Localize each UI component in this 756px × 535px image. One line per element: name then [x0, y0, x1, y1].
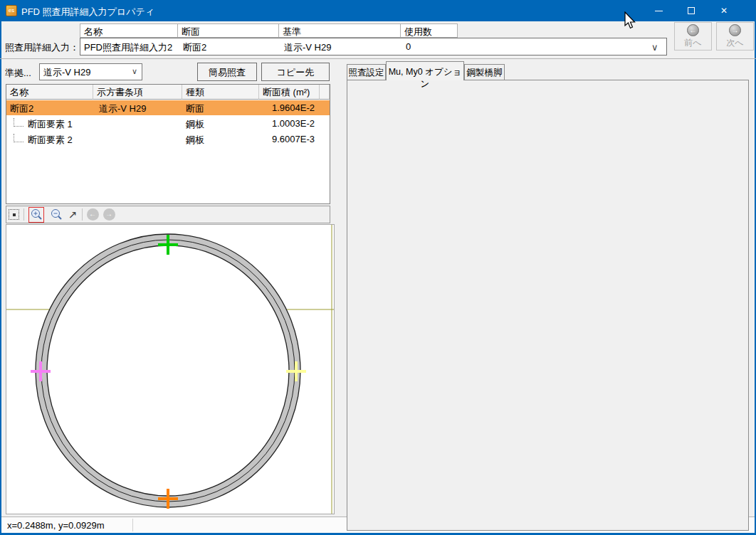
- ring-inner-circle: [47, 245, 289, 496]
- section-list: 名称 示方書条項 種類 断面積 (m²) 断面2 道示-V H29 断面 1.9…: [6, 84, 330, 204]
- prev-button[interactable]: ← 前へ: [674, 22, 712, 51]
- row-name: 断面2: [10, 102, 33, 115]
- close-icon: ✕: [720, 6, 728, 15]
- list-header-area: 断面積 (m²): [259, 85, 320, 100]
- dialog-window: es PFD 照査用詳細入力プロパティ ✕ 照査用詳細入力： 名称 断面 基準 …: [0, 0, 756, 535]
- detail-input-label: 照査用詳細入力：: [5, 41, 79, 54]
- section-preview-canvas[interactable]: [6, 224, 335, 514]
- app-icon: es: [6, 5, 17, 16]
- mouse-cursor: [624, 11, 639, 30]
- minimize-button[interactable]: [642, 0, 675, 21]
- list-header-name: 名称: [6, 85, 93, 100]
- window-title: PFD 照査用詳細入力プロパティ: [21, 6, 154, 18]
- row-name: 断面要素 2: [28, 134, 73, 147]
- section-drawing: [6, 225, 334, 514]
- detail-count-value: 0: [406, 41, 411, 52]
- copy-to-button[interactable]: コピー先: [261, 63, 330, 81]
- separator: [0, 58, 756, 59]
- row-type: 鋼板: [186, 134, 204, 147]
- base-standard-combobox[interactable]: 道示-V H29 ∨: [39, 63, 142, 80]
- tree-branch-icon: [14, 134, 23, 142]
- detail-standard-value: 道示-V H29: [284, 41, 331, 54]
- row-type: 鋼板: [186, 118, 204, 131]
- canvas-toolbar: ↗ ← →: [6, 206, 330, 223]
- maximize-icon: [688, 7, 695, 14]
- simple-check-button[interactable]: 簡易照査: [197, 63, 257, 81]
- tab-check-settings[interactable]: 照査設定: [347, 64, 386, 80]
- maximize-button[interactable]: [675, 0, 708, 21]
- base-standard-value: 道示-V H29: [43, 66, 90, 79]
- row-area: 9.6007E-3: [272, 134, 315, 144]
- statusbar-divider: [132, 519, 133, 531]
- column-header-section: 断面: [177, 23, 279, 38]
- toolbar-separator: [82, 208, 83, 221]
- list-header-clause: 示方書条項: [93, 85, 182, 100]
- chevron-down-icon[interactable]: ∨: [651, 42, 658, 53]
- minimize-icon: [655, 11, 663, 11]
- list-header-type: 種類: [182, 85, 259, 100]
- row-area: 1.9604E-2: [272, 102, 315, 113]
- cursor-coordinates: x=0.2488m, y=0.0929m: [7, 520, 105, 531]
- next-arrow-icon: →: [729, 24, 741, 36]
- tree-branch-icon: [14, 118, 23, 127]
- list-row-element1[interactable]: 断面要素 1 鋼板 1.0003E-2: [6, 116, 330, 131]
- list-header-filler: [320, 85, 330, 100]
- zoom-in-icon[interactable]: [28, 207, 44, 223]
- chevron-down-icon: ∨: [132, 67, 137, 76]
- row-area: 1.0003E-2: [272, 118, 315, 129]
- base-standard-label: 準拠...: [5, 67, 31, 80]
- column-header-standard: 基準: [278, 23, 401, 38]
- row-name: 断面要素 1: [28, 118, 73, 131]
- detail-section-value: 断面2: [183, 41, 206, 54]
- prev-arrow-icon: ←: [687, 24, 699, 36]
- window-border-left: [0, 21, 1, 535]
- view-next-icon[interactable]: →: [103, 208, 115, 221]
- list-row-section2[interactable]: 断面2 道示-V H29 断面 1.9604E-2: [6, 100, 330, 115]
- mu-my0-tab-page: [347, 80, 749, 531]
- pan-arrow-icon[interactable]: ↗: [68, 208, 78, 221]
- prev-label: 前へ: [684, 37, 701, 49]
- fit-view-icon[interactable]: [9, 209, 19, 220]
- view-prev-icon[interactable]: ←: [87, 208, 99, 221]
- column-header-name: 名称: [80, 23, 178, 38]
- close-button[interactable]: ✕: [708, 0, 740, 21]
- zoom-out-icon[interactable]: [48, 207, 64, 223]
- toolbar-separator: [23, 208, 24, 221]
- next-label: 次へ: [726, 37, 743, 49]
- detail-input-combobox[interactable]: PFD照査用詳細入力2 断面2 道示-V H29 0 ∨: [80, 38, 667, 55]
- tab-steel-pier[interactable]: 鋼製橋脚: [464, 64, 505, 80]
- row-clause: 道示-V H29: [99, 102, 146, 115]
- detail-name-value: PFD照査用詳細入力2: [84, 41, 172, 54]
- column-header-count: 使用数: [400, 23, 458, 38]
- row-type: 断面: [186, 102, 204, 115]
- list-row-element2[interactable]: 断面要素 2 鋼板 9.6007E-3: [6, 132, 330, 147]
- tab-mu-my0-options[interactable]: Mu, My0 オプション: [386, 61, 464, 80]
- next-button[interactable]: → 次へ: [716, 22, 754, 51]
- title-bar: es PFD 照査用詳細入力プロパティ ✕: [0, 0, 756, 21]
